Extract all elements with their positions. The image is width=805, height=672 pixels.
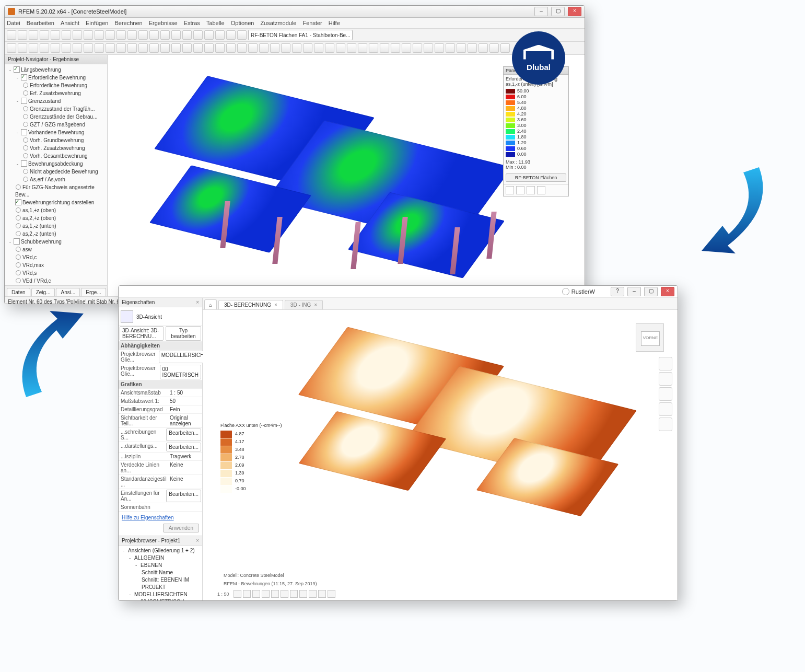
browser-tree-item[interactable]: Schnitt: EBENEN IM PROJEKT bbox=[120, 576, 201, 591]
toolbar-icon[interactable] bbox=[18, 30, 27, 40]
property-row[interactable]: ...darstellungs...Bearbeiten... bbox=[119, 442, 202, 453]
toolbar-icon[interactable] bbox=[62, 43, 71, 53]
toolbar-icon[interactable] bbox=[73, 30, 82, 40]
tree-item[interactable]: -Längsbewehrung bbox=[6, 66, 106, 74]
panel-tool-icon[interactable] bbox=[516, 186, 524, 194]
toolbar-icon[interactable] bbox=[391, 43, 400, 53]
tree-item[interactable]: as,2,-z (unten) bbox=[6, 230, 106, 238]
toolbar-icon[interactable] bbox=[182, 43, 192, 53]
menu-item[interactable]: Zusatzmodule bbox=[260, 20, 296, 26]
toolbar-icon[interactable] bbox=[40, 30, 49, 40]
tree-item[interactable]: Erf. Zusatzbewehrung bbox=[6, 90, 106, 97]
toolbar-icon[interactable] bbox=[336, 43, 345, 53]
toolbar-icon[interactable] bbox=[51, 30, 60, 40]
menu-item[interactable]: Optionen bbox=[231, 20, 254, 26]
tree-item[interactable]: Erforderliche Bewehrung bbox=[6, 82, 106, 89]
property-row[interactable]: Sichtbarkeit der Teil...Original anzeige… bbox=[119, 414, 202, 428]
zoom-label[interactable]: 1 : 50 bbox=[217, 592, 229, 597]
tree-item[interactable]: -Erforderliche Bewehrung bbox=[6, 74, 106, 82]
tree-item[interactable]: Vorh. Gesamtbewehrung bbox=[6, 153, 106, 160]
view-footer-icon[interactable] bbox=[299, 590, 307, 598]
tree-item[interactable]: as,2,+z (oben) bbox=[6, 215, 106, 222]
navigator-tab[interactable]: Erge... bbox=[81, 288, 106, 296]
tree-item[interactable]: VRd,max bbox=[6, 262, 106, 269]
toolbar-icon[interactable] bbox=[369, 43, 378, 53]
revit-3d-viewport[interactable]: Fläche AXX unten (--cm²/m--) 4.874.173.4… bbox=[203, 310, 678, 601]
toolbar-icon[interactable] bbox=[215, 30, 225, 40]
toolbar-icon[interactable] bbox=[171, 30, 181, 40]
menu-item[interactable]: Datei bbox=[7, 20, 20, 26]
toolbar-icon[interactable] bbox=[303, 43, 312, 53]
toolbar-icon[interactable] bbox=[84, 30, 93, 40]
menu-item[interactable]: Ergebnisse bbox=[149, 20, 178, 26]
property-row[interactable]: Ansichtsmaßstab1 : 50 bbox=[119, 389, 202, 397]
panel-module-button[interactable]: RF-BETON Flächen bbox=[506, 173, 566, 182]
toolbar-icon[interactable] bbox=[51, 43, 60, 53]
property-row[interactable]: Sonnenbahn bbox=[119, 503, 202, 512]
toolbar-icon[interactable] bbox=[18, 43, 27, 53]
toolbar-icon[interactable] bbox=[95, 43, 104, 53]
toolbar-icon[interactable] bbox=[468, 43, 477, 53]
toolbar-icon[interactable] bbox=[237, 30, 247, 40]
tab-close-icon[interactable]: × bbox=[314, 302, 317, 308]
view-footer-icon[interactable] bbox=[243, 590, 251, 598]
nav-tool-icon[interactable] bbox=[659, 372, 672, 386]
tree-item[interactable]: as,1,+z (oben) bbox=[6, 207, 106, 214]
browser-tree-item[interactable]: -MODELLIERSICHTEN bbox=[120, 591, 201, 598]
toolbar-icon[interactable] bbox=[347, 43, 356, 53]
toolbar-icon[interactable] bbox=[248, 43, 258, 53]
nav-tool-icon[interactable] bbox=[659, 387, 672, 401]
tree-item[interactable]: GZT / GZG maßgebend bbox=[6, 121, 106, 129]
browser-tree-item[interactable]: Schnitt Name bbox=[120, 569, 201, 576]
tree-item[interactable]: -Bewehrungsabdeckung bbox=[6, 160, 106, 168]
toolbar-icon[interactable] bbox=[237, 43, 247, 53]
toolbar-icon[interactable] bbox=[270, 43, 279, 53]
view-footer-icon[interactable] bbox=[290, 590, 298, 598]
toolbar-icon[interactable] bbox=[116, 30, 126, 40]
toolbar-icon[interactable] bbox=[226, 43, 236, 53]
menu-item[interactable]: Bearbeiten bbox=[27, 20, 54, 26]
view-tab[interactable]: 3D- BERECHNUNG× bbox=[218, 300, 283, 309]
minimize-button[interactable]: – bbox=[534, 7, 548, 16]
browser-tree-item[interactable]: -EBENEN bbox=[120, 562, 201, 569]
toolbar-icon[interactable] bbox=[73, 43, 82, 53]
view-footer-icon[interactable] bbox=[271, 590, 279, 598]
properties-close-icon[interactable]: × bbox=[196, 299, 199, 305]
tree-item[interactable]: asw bbox=[6, 246, 106, 253]
view-footer-icon[interactable] bbox=[252, 590, 260, 598]
toolbar-dropdown[interactable]: RF-BETON Flächen FA1 - Stahlbeton-Be... bbox=[248, 30, 353, 40]
navigator-tab[interactable]: Zeig... bbox=[31, 288, 55, 296]
close-button[interactable]: × bbox=[568, 7, 581, 16]
property-row[interactable]: DetaillierungsgradFein bbox=[119, 405, 202, 414]
maximize-button[interactable]: ▢ bbox=[551, 7, 565, 16]
tree-item[interactable]: Grenzzustände der Gebrau... bbox=[6, 113, 106, 121]
toolbar-icon[interactable] bbox=[62, 30, 71, 40]
tree-item[interactable]: Vorh. Grundbewehrung bbox=[6, 137, 106, 144]
tree-item[interactable]: -Schubbewehrung bbox=[6, 238, 106, 246]
toolbar-icon[interactable] bbox=[29, 43, 38, 53]
toolbar-icon[interactable] bbox=[413, 43, 422, 53]
toolbar-icon[interactable] bbox=[149, 43, 159, 53]
toolbar-icon[interactable] bbox=[7, 30, 16, 40]
menu-item[interactable]: Extras bbox=[184, 20, 200, 26]
tree-item[interactable]: Vorh. Zusatzbewehrung bbox=[6, 145, 106, 152]
toolbar-icon[interactable] bbox=[226, 30, 236, 40]
nav-tool-icon[interactable] bbox=[659, 357, 672, 370]
view-cube[interactable]: VORNE bbox=[636, 323, 664, 352]
tree-item[interactable]: Bewehrungsrichtung darstellen bbox=[6, 199, 106, 206]
close-button[interactable]: × bbox=[661, 287, 674, 296]
panel-tool-icon[interactable] bbox=[527, 186, 535, 194]
menu-item[interactable]: Fenster bbox=[302, 20, 322, 26]
tree-item[interactable]: Nicht abgedeckte Bewehrung bbox=[6, 168, 106, 176]
project-browser-close-icon[interactable]: × bbox=[196, 538, 199, 543]
toolbar-icon[interactable] bbox=[138, 30, 148, 40]
toolbar-icon[interactable] bbox=[7, 43, 16, 53]
view-footer-icon[interactable] bbox=[281, 590, 288, 598]
tree-item[interactable]: As,erf / As,vorh bbox=[6, 176, 106, 183]
menu-item[interactable]: Einfügen bbox=[86, 20, 108, 26]
rfem-3d-viewport[interactable]: Panel Erforderliche Bewehrung as,1,-z (u… bbox=[108, 55, 585, 296]
view-footer-icon[interactable] bbox=[328, 590, 335, 598]
property-row[interactable]: Maßstabswert 1:50 bbox=[119, 397, 202, 405]
tree-item[interactable]: VRd,s bbox=[6, 270, 106, 277]
toolbar-icon[interactable] bbox=[138, 43, 148, 53]
